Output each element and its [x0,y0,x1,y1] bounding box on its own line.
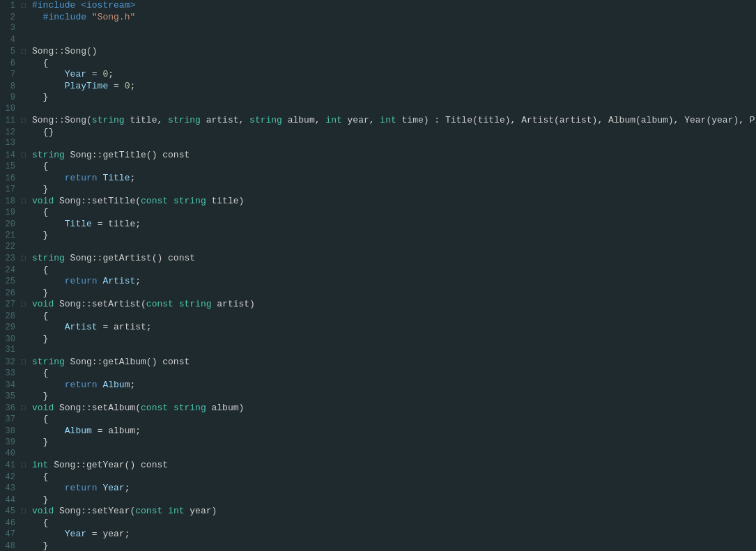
fold-icon[interactable]: □ [21,300,29,309]
token: { [32,207,48,217]
line-number: 22 [0,242,21,251]
line-number: 7 [0,70,21,79]
token: Song::Song( [32,115,92,125]
code-line-24: 24 { [0,265,756,277]
token: ; [108,69,114,79]
code-content: string Song::getTitle() const [29,150,190,160]
line-number: 42 [0,472,21,482]
token: } [32,334,48,344]
line-number: 47 [0,529,21,539]
line-number: 6 [0,59,21,68]
token: Title [102,173,130,183]
code-content: int Song::getYear() const [29,460,168,470]
line-number: 31 [0,345,21,355]
fold-icon[interactable]: □ [21,461,29,469]
code-content: Year = year; [29,529,130,539]
code-content: void Song::setYear(const int year) [29,506,217,516]
code-line-41: 41□int Song::getYear() const [0,460,756,472]
token: const [135,506,162,516]
token: ; [130,173,135,183]
fold-icon[interactable]: □ [21,254,29,263]
token: Song::getAlbum() const [65,357,190,367]
token: Album [102,380,130,390]
token: { [32,161,48,171]
code-line-16: 16 return Title; [0,173,756,185]
token: string [92,115,125,125]
line-number: 36 [0,403,21,413]
fold-icon[interactable]: □ [21,1,29,10]
line-number: 15 [0,162,21,171]
token: } [32,391,48,401]
code-line-1: 1□#include <iostream> [0,0,756,12]
code-content: return Title; [29,173,135,183]
code-content: {} [29,127,54,137]
fold-icon[interactable]: □ [21,116,29,125]
code-line-48: 48 } [0,541,756,552]
code-content: { [29,472,48,482]
code-line-42: 42 { [0,472,756,483]
code-content: Album = album; [29,426,141,436]
fold-icon[interactable]: □ [21,151,29,160]
code-content: { [29,161,48,171]
code-line-37: 37 { [0,414,756,426]
line-number: 21 [0,231,21,240]
code-content: Title = title; [29,219,141,229]
code-content: } [29,288,48,298]
fold-icon[interactable]: □ [21,47,29,56]
code-content: PlayTime = 0; [29,81,135,91]
line-number: 39 [0,437,21,447]
token: title) [206,196,245,206]
code-content: { [29,58,48,68]
fold-icon[interactable]: □ [21,507,29,515]
code-line-30: 30 } [0,334,756,346]
code-line-17: 17 } [0,184,756,196]
code-editor: 1□#include <iostream>2 #include "Song.h"… [0,0,756,551]
token: album, [282,115,325,125]
code-line-11: 11□Song::Song(string title, string artis… [0,115,756,127]
line-number: 27 [0,300,21,309]
token: string [168,115,201,125]
code-line-43: 43 return Year; [0,483,756,495]
token: = [86,69,102,79]
token: int [380,115,396,125]
line-number: 17 [0,185,21,194]
line-number: 14 [0,150,21,160]
token: { [32,311,48,321]
line-number: 1 [0,1,21,10]
code-line-14: 14□string Song::getTitle() const [0,150,756,162]
code-line-18: 18□void Song::setTitle(const string titl… [0,196,756,208]
code-line-31: 31 [0,345,756,357]
token: string [249,115,282,125]
token: Song::getYear() const [48,460,168,470]
line-number: 34 [0,380,21,390]
line-number: 5 [0,47,21,56]
code-line-3: 3 [0,23,756,35]
code-content: string Song::getAlbum() const [29,357,190,367]
token: void [32,403,54,413]
line-number: 33 [0,368,21,378]
code-content: #include "Song.h" [29,12,135,22]
token: Song::setAlbum( [54,403,141,413]
line-number: 44 [0,495,21,505]
code-content: void Song::setArtist(const string artist… [29,299,255,309]
token: Song::getArtist() const [65,253,195,263]
code-content: } [29,334,48,344]
token: year) [184,506,217,516]
code-content: return Artist; [29,276,141,286]
line-number: 25 [0,277,21,286]
code-line-39: 39 } [0,437,756,449]
code-line-20: 20 Title = title; [0,219,756,231]
fold-icon[interactable]: □ [21,404,29,412]
code-line-26: 26 } [0,288,756,300]
fold-icon[interactable]: □ [21,197,29,205]
token [32,529,65,539]
token: ; [135,276,141,286]
code-line-40: 40 [0,449,756,460]
fold-icon[interactable]: □ [21,358,29,366]
line-number: 48 [0,541,21,551]
code-content: Song::Song(string title, string artist, … [29,115,756,125]
code-line-47: 47 Year = year; [0,529,756,541]
token: const [141,403,168,413]
code-line-5: 5□Song::Song() [0,46,756,58]
code-line-4: 4 [0,35,756,47]
